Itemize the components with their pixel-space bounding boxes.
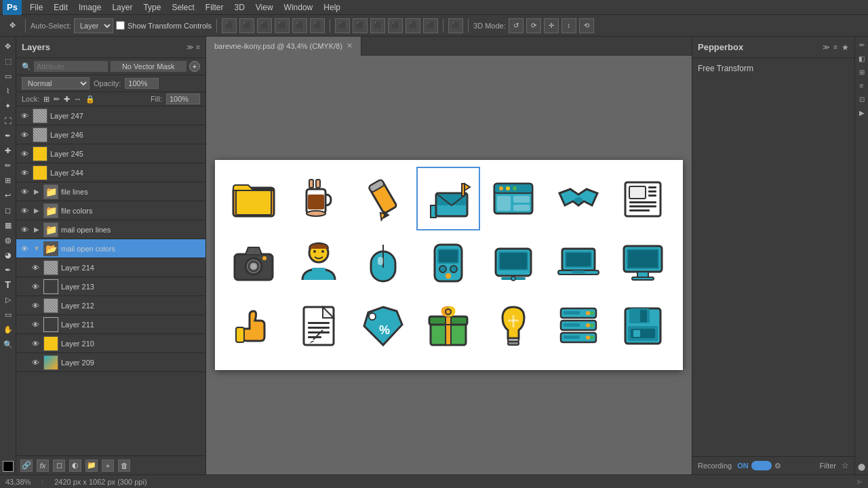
crop-tool[interactable]: ⛶ (1, 114, 15, 127)
right-icon-1[interactable]: ✏ (856, 39, 867, 50)
menu-file[interactable]: File (24, 1, 48, 14)
shape-tool[interactable]: ▭ (1, 308, 15, 321)
layer-visibility-toggle[interactable]: 👁 (30, 281, 41, 292)
eyedropper-tool[interactable]: ✒ (1, 129, 15, 142)
show-transform-checkbox[interactable]: Show Transform Controls (116, 21, 212, 30)
align-bottom-btn[interactable]: ⬛ (310, 18, 325, 33)
recording-toggle-pill[interactable] (751, 461, 772, 470)
foreground-color[interactable] (3, 461, 14, 472)
layer-adjustment-btn[interactable]: ◐ (69, 460, 81, 472)
layer-new-btn[interactable]: + (102, 460, 114, 472)
distribute-right-btn[interactable]: ⬛ (370, 18, 385, 33)
3d-pan-btn[interactable]: ⟳ (526, 18, 541, 33)
layer-item[interactable]: 👁 Layer 210 (16, 334, 205, 353)
opacity-value[interactable]: 100% (125, 78, 159, 89)
folder-expand-btn[interactable]: ▶ (33, 188, 41, 196)
right-panel-menu[interactable]: ≡ (833, 43, 837, 51)
align-middle-btn[interactable]: ⬛ (292, 18, 307, 33)
distribute-bottom-btn[interactable]: ⬛ (423, 18, 438, 33)
align-left-btn[interactable]: ⬛ (222, 18, 237, 33)
layer-visibility-toggle[interactable]: 👁 (30, 300, 41, 311)
3d-scale-btn[interactable]: ✛ (544, 18, 559, 33)
layer-visibility-toggle[interactable]: 👁 (19, 110, 30, 121)
document-tab[interactable]: barevne-ikony.psd @ 43,4% (CMYK/8) ✕ (206, 37, 361, 56)
right-icon-2[interactable]: ◧ (856, 53, 867, 64)
menu-edit[interactable]: Edit (48, 1, 73, 14)
gradient-tool[interactable]: ▦ (1, 218, 15, 232)
distribute-center-btn[interactable]: ⬛ (353, 18, 368, 33)
layer-item[interactable]: 👁 Layer 214 (16, 258, 205, 277)
right-icon-5[interactable]: ⊡ (856, 94, 867, 104)
layers-panel-menu[interactable]: ≡ (196, 43, 200, 51)
align-top-btn[interactable]: ⬛ (275, 18, 290, 33)
layer-folder-item[interactable]: 👁 ▶ 📁 file lines (16, 182, 205, 201)
pen-tool[interactable]: ✒ (1, 263, 15, 277)
menu-window[interactable]: Window (279, 1, 319, 14)
layer-group-btn[interactable]: 📁 (85, 460, 98, 472)
lock-paint-icon[interactable]: ✏ (54, 95, 60, 104)
right-icon-3[interactable]: ⊞ (856, 66, 867, 77)
layer-visibility-toggle[interactable]: 👁 (19, 186, 30, 197)
stamp-tool[interactable]: ⊞ (1, 174, 15, 187)
folder-expand-btn[interactable]: ▶ (33, 226, 41, 234)
hand-tool[interactable]: ✋ (1, 323, 15, 336)
magic-wand-tool[interactable]: ✦ (1, 99, 15, 113)
distribute-middle-btn[interactable]: ⬛ (406, 18, 420, 33)
blur-tool[interactable]: ◍ (1, 233, 15, 247)
layer-visibility-toggle[interactable]: 👁 (30, 319, 41, 330)
3d-rotate-btn[interactable]: ↺ (509, 18, 524, 33)
layer-fx-btn[interactable]: fx (37, 460, 49, 472)
move-tool-icon[interactable]: ✥ (4, 18, 20, 34)
auto-align-btn[interactable]: ⬛ (448, 18, 463, 33)
layer-item[interactable]: 👁 Layer 245 (16, 144, 205, 163)
right-icon-6[interactable]: ▶ (856, 107, 867, 118)
right-panel-expand[interactable]: ≫ (823, 43, 829, 51)
layer-folder-item[interactable]: 👁 ▶ 📁 mail open lines (16, 220, 205, 239)
folder-expand-btn[interactable]: ▼ (33, 245, 41, 253)
layer-visibility-toggle[interactable]: 👁 (19, 148, 30, 159)
layer-visibility-toggle[interactable]: 👁 (30, 262, 41, 273)
menu-type[interactable]: Type (138, 1, 166, 14)
layer-link-btn[interactable]: 🔗 (20, 460, 33, 472)
layer-visibility-toggle[interactable]: 👁 (19, 243, 30, 254)
menu-image[interactable]: Image (73, 1, 106, 14)
menu-3d[interactable]: 3D (229, 1, 250, 14)
layer-visibility-toggle[interactable]: 👁 (30, 338, 41, 349)
blend-mode-select[interactable]: Normal (22, 77, 90, 89)
fill-value[interactable]: 100% (166, 94, 200, 104)
menu-help[interactable]: Help (318, 1, 346, 14)
lasso-tool[interactable]: ⌇ (1, 84, 15, 98)
layer-item[interactable]: 👁 Layer 246 (16, 125, 205, 144)
filter-label[interactable]: Filter (820, 462, 836, 470)
folder-expand-btn[interactable]: ▶ (33, 207, 41, 215)
layer-visibility-toggle[interactable]: 👁 (30, 357, 41, 368)
tab-close-btn[interactable]: ✕ (347, 41, 353, 50)
menu-view[interactable]: View (250, 1, 279, 14)
3d-roll-btn[interactable]: ⟲ (579, 18, 594, 33)
layer-visibility-toggle[interactable]: 👁 (19, 129, 30, 140)
menu-layer[interactable]: Layer (106, 1, 138, 14)
zoom-tool[interactable]: 🔍 (1, 338, 15, 351)
layer-item[interactable]: 👁 Layer 213 (16, 277, 205, 296)
path-select-tool[interactable]: ▷ (1, 293, 15, 306)
history-brush-tool[interactable]: ↩ (1, 188, 15, 202)
layer-item[interactable]: 👁 Layer 211 (16, 315, 205, 334)
layer-search-input[interactable] (34, 61, 108, 72)
layer-delete-btn[interactable]: 🗑 (118, 460, 130, 472)
align-center-btn[interactable]: ⬛ (239, 18, 254, 33)
3d-slide-btn[interactable]: ↕ (561, 18, 576, 33)
align-right-btn[interactable]: ⬛ (257, 18, 272, 33)
auto-select-dropdown[interactable]: Layer (74, 18, 113, 33)
layer-item[interactable]: 👁 Layer 244 (16, 163, 205, 182)
distribute-left-btn[interactable]: ⬛ (335, 18, 350, 33)
artboard-tool[interactable]: ⬚ (1, 54, 15, 68)
right-panel-star[interactable]: ★ (842, 43, 849, 52)
layer-visibility-toggle[interactable]: 👁 (19, 205, 30, 216)
distribute-top-btn[interactable]: ⬛ (388, 18, 403, 33)
layer-visibility-toggle[interactable]: 👁 (19, 167, 30, 178)
menu-filter[interactable]: Filter (200, 1, 229, 14)
layer-visibility-toggle[interactable]: 👁 (19, 224, 30, 235)
healing-tool[interactable]: ✚ (1, 144, 15, 157)
menu-select[interactable]: Select (166, 1, 199, 14)
new-layer-btn-small[interactable]: + (189, 61, 200, 72)
